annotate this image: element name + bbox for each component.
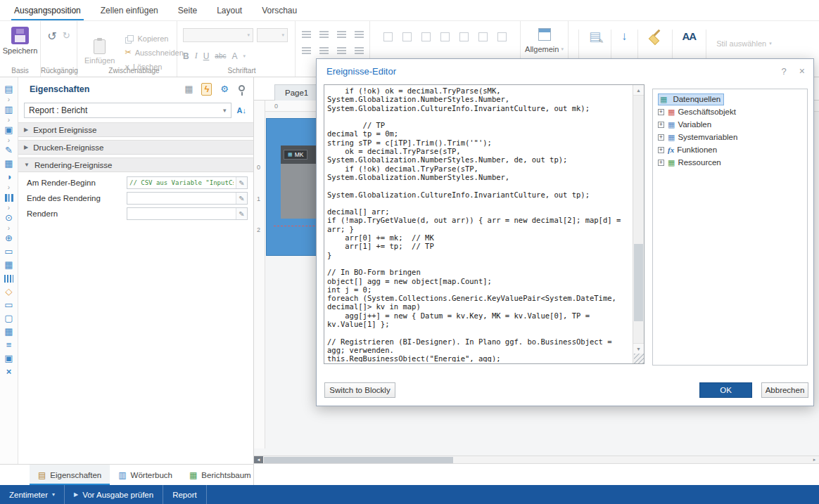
- band-header-chip[interactable]: ▦ MK: [284, 150, 307, 160]
- clear-formatting-broom-icon[interactable]: [648, 30, 662, 44]
- align-center-icon[interactable]: [319, 31, 329, 39]
- render-field[interactable]: ✎: [127, 207, 248, 220]
- chevron-down-icon[interactable]: ▾: [243, 53, 246, 59]
- shape-icon[interactable]: ◇: [6, 285, 13, 299]
- calendar-icon[interactable]: ▦: [4, 259, 13, 272]
- chevron-right-icon[interactable]: ›: [8, 96, 10, 103]
- tab-berichtsbaum[interactable]: ▦ Berichtsbaum: [181, 465, 260, 485]
- end-render-input[interactable]: [127, 194, 236, 202]
- chevron-right-icon[interactable]: ›: [8, 137, 10, 144]
- rounded-rectangle-icon[interactable]: ▢: [4, 312, 13, 325]
- object-selector-dropdown[interactable]: Report : Bericht ▾: [24, 103, 231, 118]
- table-icon[interactable]: ▦: [4, 325, 13, 339]
- expand-plus-icon[interactable]: +: [658, 109, 664, 115]
- component-icon[interactable]: ▣: [4, 124, 13, 137]
- resize-grip[interactable]: [634, 354, 644, 363]
- pin-icon[interactable]: [239, 85, 245, 91]
- tab-eigenschaften[interactable]: ▤ Eigenschaften: [30, 465, 110, 485]
- ribbon-tab-ausgangsposition[interactable]: Ausgangsposition: [4, 0, 91, 20]
- tree-item-variablen[interactable]: + ▦ Variablen: [653, 118, 807, 131]
- cross-band-icon[interactable]: ▥: [4, 103, 13, 117]
- chevron-right-icon[interactable]: ›: [8, 184, 10, 191]
- font-family-select[interactable]: ▾: [183, 28, 253, 42]
- rectangle-icon[interactable]: ▭: [4, 299, 13, 312]
- align-bottom-icon[interactable]: [337, 47, 346, 55]
- list-icon[interactable]: ≡: [6, 339, 12, 352]
- cut-button[interactable]: ✂ Ausschneiden: [125, 47, 183, 58]
- tree-item-funktionen[interactable]: + fx Funktionen: [653, 143, 807, 156]
- expand-plus-icon[interactable]: +: [658, 122, 664, 128]
- border-option-button[interactable]: [497, 32, 507, 41]
- italic-button[interactable]: I: [195, 51, 198, 61]
- chevron-right-icon[interactable]: ›: [8, 205, 10, 212]
- scroll-right-icon[interactable]: ▸: [810, 456, 819, 463]
- expand-plus-icon[interactable]: +: [658, 160, 664, 166]
- align-middle-icon[interactable]: [319, 47, 329, 55]
- tab-woerterbuch[interactable]: ▥ Wörterbuch: [110, 465, 181, 485]
- scroll-up-icon[interactable]: ▲: [633, 85, 644, 96]
- scrollbar-thumb[interactable]: [264, 457, 453, 463]
- pencil-icon[interactable]: ✎: [236, 208, 247, 219]
- page-setup-button[interactable]: ▤ ✎: [589, 30, 601, 44]
- align-right-icon[interactable]: [337, 31, 346, 39]
- ribbon-tab-seite[interactable]: Seite: [168, 0, 207, 20]
- tree-item-systemvariablen[interactable]: + ▦ Systemvariablen: [653, 131, 807, 143]
- tree-item-datenquellen[interactable]: ▦ Datenquellen: [653, 93, 807, 105]
- ribbon-tab-zellen-einfuegen[interactable]: Zellen einfügen: [91, 0, 168, 20]
- barcode-icon[interactable]: [4, 275, 13, 283]
- dialog-title-bar[interactable]: Ereignisse-Editor ? ×: [317, 59, 813, 83]
- text-icon[interactable]: ✎: [5, 144, 13, 157]
- begin-render-input[interactable]: [127, 179, 236, 186]
- align-left-icon[interactable]: [302, 31, 311, 39]
- text-angle-icon[interactable]: [355, 47, 364, 55]
- border-option-button[interactable]: [383, 32, 393, 41]
- scroll-down-icon[interactable]: ▼: [633, 343, 644, 354]
- text-format-select[interactable]: Allgemein ▾: [525, 45, 564, 53]
- border-option-button[interactable]: [459, 32, 469, 41]
- ribbon-tab-vorschau[interactable]: Vorschau: [252, 0, 307, 20]
- map-icon[interactable]: ⊕: [5, 232, 13, 245]
- horizontal-scrollbar[interactable]: ◂ ▸: [254, 455, 819, 464]
- align-top-icon[interactable]: [302, 47, 311, 55]
- grid-icon[interactable]: ▦: [4, 157, 13, 171]
- font-size-select[interactable]: ▾: [257, 28, 288, 42]
- check-before-output-button[interactable]: ▶ Vor Ausgabe prüfen: [65, 485, 163, 504]
- download-arrow-icon[interactable]: ↓: [621, 30, 628, 44]
- expand-plus-icon[interactable]: +: [658, 134, 664, 141]
- border-option-button[interactable]: [478, 32, 488, 41]
- paste-button[interactable]: Einfügen: [84, 39, 115, 65]
- ribbon-tab-layout[interactable]: Layout: [207, 0, 252, 20]
- chevron-right-icon[interactable]: ›: [8, 117, 10, 124]
- undo-icon[interactable]: ↺: [47, 31, 56, 42]
- align-justify-icon[interactable]: [355, 31, 364, 39]
- property-grid-icon[interactable]: ▦: [184, 84, 193, 95]
- cancel-button[interactable]: Abbrechen: [761, 382, 808, 398]
- events-lightning-icon[interactable]: ϟ: [201, 83, 212, 96]
- help-icon[interactable]: ?: [782, 66, 787, 77]
- strikethrough-button[interactable]: abc: [215, 52, 226, 60]
- border-option-button[interactable]: [402, 32, 412, 41]
- text-style-aa-icon[interactable]: AA: [682, 30, 697, 44]
- scroll-left-icon[interactable]: ◂: [254, 456, 263, 463]
- report-status-tab[interactable]: Report: [163, 485, 207, 504]
- tree-item-ressourcen[interactable]: + ▦ Ressourcen: [653, 156, 807, 169]
- section-rendering-events[interactable]: ▼ Rendering-Ereignisse: [18, 157, 253, 172]
- tools-icon[interactable]: ×: [6, 366, 12, 379]
- image-icon[interactable]: ▣: [4, 352, 13, 366]
- redo-icon[interactable]: ↻: [63, 31, 70, 42]
- copy-button[interactable]: Kopieren: [125, 33, 183, 44]
- band-icon[interactable]: ▤: [4, 83, 13, 96]
- bold-button[interactable]: B: [183, 51, 189, 61]
- code-text[interactable]: if (!ok) ok = decimal.TryParse(sMK, Syst…: [327, 86, 631, 362]
- scrollbar-thumb[interactable]: [634, 244, 643, 321]
- gear-icon[interactable]: ⚙: [220, 84, 229, 95]
- border-option-button[interactable]: [440, 32, 450, 41]
- page-tab-page1[interactable]: Page1: [274, 84, 319, 101]
- begin-render-field[interactable]: ✎: [127, 176, 248, 189]
- code-editor[interactable]: if (!ok) ok = decimal.TryParse(sMK, Syst…: [324, 84, 645, 364]
- bar-chart-icon[interactable]: [5, 194, 13, 202]
- style-select-button[interactable]: Stil auswählen ▾: [716, 39, 771, 48]
- save-button[interactable]: Speichern: [3, 27, 38, 55]
- expand-plus-icon[interactable]: +: [658, 147, 664, 153]
- switch-to-blockly-button[interactable]: Switch to Blockly: [324, 382, 395, 398]
